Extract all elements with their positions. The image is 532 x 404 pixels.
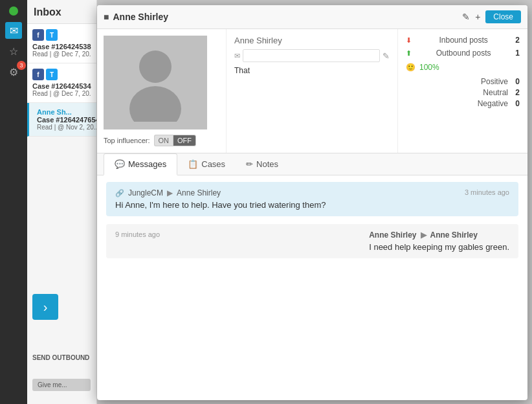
contact-note: That (234, 66, 390, 75)
influencer-row: Top influencer: ON OFF (104, 135, 219, 146)
message-from-content: 🔗 JungleCM ▶ Anne Shirley Hi Anne, I'm h… (115, 188, 326, 210)
sentiment-percent: 100% (419, 63, 439, 72)
sidebar: ✉ ☆ ⚙ 3 (0, 0, 27, 404)
give-me-button[interactable]: Give me... (32, 379, 91, 391)
case-meta: Read | @ Dec 7, 20... (32, 90, 91, 97)
modal-tabs: 💬 Messages 📋 Cases ✏ Notes (97, 153, 527, 175)
negative-value: 0 (513, 99, 520, 108)
outbound-stats-row: ⬆ Outbound posts 1 (406, 49, 520, 58)
svg-point-0 (139, 50, 172, 83)
inbound-value: 2 (515, 36, 520, 45)
reply-direction-icon: ▶ (421, 230, 427, 240)
sentiment-row: 🙂 100% (406, 63, 520, 72)
case-id: Case #12642453838 (32, 43, 91, 50)
email-input[interactable] (243, 49, 380, 62)
modal-body-top: Top influencer: ON OFF Anne Shirley ✉ ✎ … (97, 29, 527, 153)
neutral-label: Neutral (483, 88, 508, 97)
case-id: Case #12642453438 (32, 82, 91, 90)
contact-subtitle: Anne Shirley (234, 36, 390, 45)
messages-area: 🔗 JungleCM ▶ Anne Shirley Hi Anne, I'm h… (97, 175, 527, 324)
positive-label: Positive (481, 77, 508, 86)
cases-tab-icon: 📋 (188, 159, 198, 169)
modal-header: ■ Anne Shirley ✎ + Close (97, 5, 527, 29)
message-from: 🔗 JungleCM ▶ Anne Shirley Hi Anne, I'm h… (106, 182, 518, 216)
messages-tab-icon: 💬 (115, 159, 125, 169)
neutral-value: 2 (513, 88, 520, 97)
avatar-large (104, 36, 207, 129)
toggle-off-button[interactable]: OFF (173, 135, 196, 146)
edit-email-icon[interactable]: ✎ (382, 51, 390, 61)
message-bubble: 🔗 JungleCM ▶ Anne Shirley Hi Anne, I'm h… (106, 182, 518, 216)
message-direction-icon: ▶ (167, 188, 173, 197)
tab-notes[interactable]: ✏ Notes (236, 153, 289, 175)
reply-recipient: Anne Shirley (430, 230, 478, 240)
contact-center: Anne Shirley ✉ ✎ That (227, 29, 398, 153)
message-time: 3 minutes ago (458, 188, 509, 196)
sender-icon: 🔗 (115, 189, 124, 197)
edit-icon[interactable]: ✎ (462, 12, 470, 22)
status-dot (9, 6, 18, 16)
top-influencer-label: Top influencer: (104, 137, 150, 144)
positive-sentiment: Positive 0 (406, 77, 520, 86)
close-button[interactable]: Close (485, 10, 521, 23)
facebook-icon: f (32, 29, 44, 41)
tab-cases[interactable]: 📋 Cases (177, 153, 236, 175)
inbound-label: Inbound posts (439, 36, 487, 45)
positive-value: 0 (513, 77, 520, 86)
reply-time: 9 minutes ago (115, 230, 166, 238)
list-item-contact[interactable]: Anne Sh... Case #12642476544 Read | @ No… (27, 103, 96, 137)
toggle-on-button[interactable]: ON (154, 135, 173, 146)
twitter-icon: T (46, 29, 58, 41)
messages-tab-label: Messages (128, 159, 166, 169)
reply-sender: Anne Shirley (369, 230, 416, 240)
case-meta: Read | @ Dec 7, 20... (32, 50, 91, 58)
email-icon: ✉ (234, 52, 240, 60)
add-icon[interactable]: + (475, 12, 480, 22)
sentiment-scores: Positive 0 Neutral 2 Negative 0 (406, 77, 520, 108)
email-row: ✉ ✎ (234, 49, 390, 62)
modal-title: Anne Shirley (113, 12, 168, 22)
reply-sender-row: Anne Shirley ▶ Anne Shirley (369, 230, 509, 240)
contact-icon: ■ (104, 12, 109, 22)
notes-tab-icon: ✏ (246, 159, 253, 169)
message-sender: JungleCM (128, 188, 163, 197)
notes-tab-label: Notes (256, 159, 278, 169)
inbox-panel: Inbox f T Case #12642453838 Read | @ Dec… (27, 0, 97, 404)
cases-tab-label: Cases (201, 159, 225, 169)
contact-right: ⬇ Inbound posts 2 ⬆ Outbound posts 1 🙂 1… (398, 29, 527, 153)
tab-messages[interactable]: 💬 Messages (104, 153, 177, 175)
inbound-arrow-icon: ⬇ (406, 36, 412, 45)
case-meta: Read | @ Nov 2, 20... (37, 124, 97, 131)
negative-label: Negative (478, 99, 508, 108)
reply-text: I need help keeping my gables green. (369, 242, 509, 252)
sidebar-icon-star[interactable]: ☆ (5, 43, 22, 60)
twitter-icon: T (46, 69, 58, 80)
message-reply: 9 minutes ago Anne Shirley ▶ Anne Shirle… (106, 224, 518, 258)
list-item[interactable]: f T Case #12642453438 Read | @ Dec 7, 20… (27, 63, 96, 103)
message-text: Hi Anne, I'm here to help. Have you trie… (115, 200, 326, 210)
toggle-group: ON OFF (154, 135, 197, 146)
list-item[interactable]: f T Case #12642453838 Read | @ Dec 7, 20… (27, 24, 96, 63)
modal-header-left: ■ Anne Shirley (104, 12, 168, 22)
neutral-sentiment: Neutral 2 (406, 88, 520, 97)
inbound-stats-row: ⬇ Inbound posts 2 (406, 36, 520, 45)
outbound-value: 1 (515, 49, 520, 58)
contact-name: Anne Sh... (37, 108, 97, 116)
outbound-arrow-icon: ⬆ (406, 49, 412, 58)
reply-content: Anne Shirley ▶ Anne Shirley I need help … (369, 230, 509, 252)
sentiment-emoji: 🙂 (406, 63, 416, 72)
inbox-title: Inbox (27, 0, 96, 24)
message-recipient: Anne Shirley (177, 188, 221, 197)
negative-sentiment: Negative 0 (406, 99, 520, 108)
outbound-label: Outbound posts (436, 49, 491, 58)
svg-point-1 (129, 86, 181, 122)
case-id: Case #12642476544 (37, 116, 97, 124)
sidebar-icon-settings[interactable]: ⚙ 3 (5, 63, 22, 80)
modal-header-actions: ✎ + Close (462, 10, 521, 23)
message-bubble: 9 minutes ago Anne Shirley ▶ Anne Shirle… (106, 224, 518, 258)
sidebar-badge-count: 3 (17, 61, 26, 70)
modal: ■ Anne Shirley ✎ + Close Top influencer:… (97, 5, 527, 400)
contact-left: Top influencer: ON OFF (97, 29, 227, 153)
next-button[interactable]: › (32, 294, 58, 320)
sidebar-icon-inbox[interactable]: ✉ (5, 22, 22, 39)
